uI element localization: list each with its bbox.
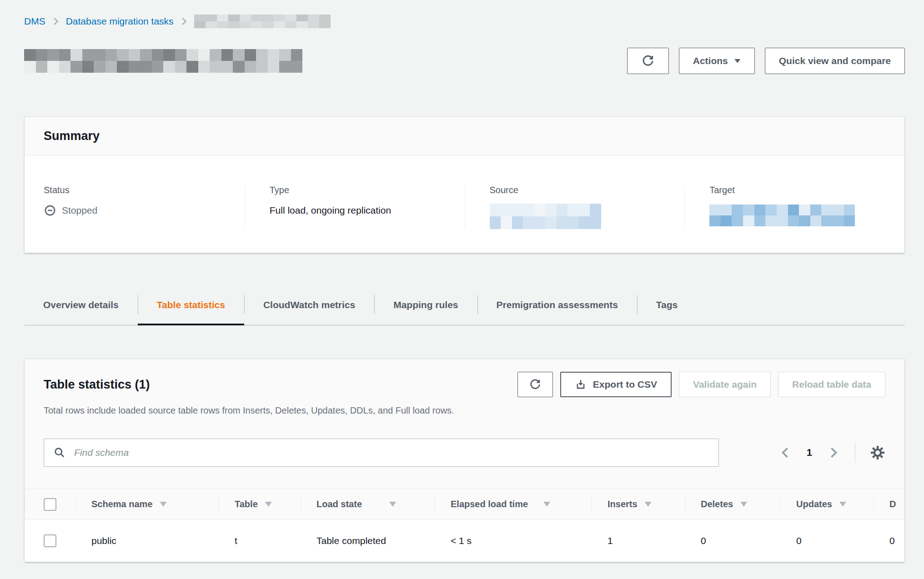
pagination-divider [855, 443, 855, 463]
sort-icon[interactable] [265, 502, 272, 507]
quick-view-and-compare-button[interactable]: Quick view and compare [765, 48, 905, 74]
table-statistics-description: Total rows include loaded source table r… [25, 397, 904, 416]
cell-load-state: Table completed [301, 535, 435, 546]
caret-down-icon [734, 59, 741, 63]
table-statistics-table: Schema name Table Load state Elapsed loa… [25, 489, 904, 562]
column-header-table[interactable]: Table [219, 489, 301, 519]
cell-elapsed-load-time: < 1 s [435, 535, 592, 546]
reload-button-label: Reload table data [792, 379, 871, 390]
sort-icon[interactable] [645, 502, 652, 507]
tab-bar: Overview details Table statistics CloudW… [24, 285, 905, 325]
status-value: Stopped [62, 205, 97, 216]
cell-updates: 0 [780, 535, 874, 546]
column-header-deletes[interactable]: Deletes [685, 489, 780, 519]
schema-search-box [44, 439, 719, 467]
table-statistics-panel: Table statistics (1) Export to CSV Valid… [24, 359, 905, 562]
column-header-clipped[interactable]: D [874, 489, 904, 519]
current-page-number: 1 [803, 447, 816, 459]
table-settings-button[interactable] [870, 445, 885, 460]
tab-mapping-rules[interactable]: Mapping rules [374, 285, 477, 325]
export-to-csv-button[interactable]: Export to CSV [560, 372, 672, 397]
column-header-load-state[interactable]: Load state [301, 489, 435, 519]
cell-schema-name: public [75, 535, 219, 546]
breadcrumb-chevron-icon [53, 17, 59, 25]
sort-icon[interactable] [839, 502, 846, 507]
cell-clipped: 0 [874, 535, 904, 546]
column-header-schema-name[interactable]: Schema name [75, 489, 219, 519]
schema-search-input[interactable] [73, 447, 709, 459]
redacted-task-name-title [24, 49, 302, 73]
stopped-status-icon [44, 204, 56, 217]
redacted-task-name-breadcrumb [194, 15, 331, 28]
actions-button-label: Actions [693, 55, 728, 66]
column-header-updates[interactable]: Updates [780, 489, 874, 519]
page-header: Actions Quick view and compare [24, 47, 905, 75]
redacted-target-endpoint-link[interactable] [709, 205, 855, 226]
summary-title: Summary [25, 117, 904, 156]
sort-icon[interactable] [740, 502, 747, 507]
table-statistics-title: Table statistics (1) [44, 378, 150, 392]
target-label: Target [709, 185, 904, 195]
tab-tags[interactable]: Tags [637, 285, 697, 325]
next-page-button[interactable] [827, 444, 840, 461]
breadcrumb-chevron-icon [181, 17, 187, 25]
tab-premigration-assessments[interactable]: Premigration assessments [477, 285, 637, 325]
breadcrumb: DMS Database migration tasks [24, 0, 905, 29]
summary-type-column: Type Full load, ongoing replication [245, 185, 465, 229]
refresh-button[interactable] [627, 48, 669, 74]
summary-target-column: Target [684, 185, 904, 229]
source-label: Source [490, 185, 685, 195]
redacted-source-endpoint-link[interactable] [490, 204, 601, 229]
type-value: Full load, ongoing replication [270, 203, 465, 218]
search-icon [53, 446, 66, 459]
sort-icon[interactable] [389, 502, 396, 507]
reload-table-data-button[interactable]: Reload table data [778, 372, 885, 397]
table-controls: 1 [25, 416, 904, 467]
sort-icon[interactable] [160, 502, 167, 507]
cell-table: t [219, 535, 301, 546]
page: DMS Database migration tasks Actions Qui… [24, 0, 905, 562]
previous-page-button[interactable] [778, 444, 792, 461]
validate-button-label: Validate again [693, 379, 757, 390]
export-button-label: Export to CSV [593, 379, 657, 390]
row-select-cell [25, 534, 75, 547]
summary-body: Status Stopped Type Full load, ongoing r… [25, 156, 904, 253]
sort-icon[interactable] [543, 502, 550, 507]
summary-source-column: Source [465, 185, 685, 229]
cell-deletes: 0 [685, 535, 780, 546]
validate-again-button[interactable]: Validate again [679, 372, 771, 397]
actions-button[interactable]: Actions [679, 48, 755, 74]
cell-inserts: 1 [592, 535, 685, 546]
breadcrumb-link-dms[interactable]: DMS [24, 16, 45, 27]
table-header-row: Schema name Table Load state Elapsed loa… [25, 489, 904, 520]
refresh-icon [529, 378, 542, 391]
header-actions: Actions Quick view and compare [627, 48, 905, 74]
tab-table-statistics[interactable]: Table statistics [138, 285, 244, 325]
quick-view-button-label: Quick view and compare [779, 55, 891, 66]
gear-icon [870, 445, 885, 460]
status-label: Status [44, 185, 245, 195]
summary-panel: Summary Status Stopped Type Full load, o… [24, 116, 905, 253]
summary-status-column: Status Stopped [25, 185, 245, 229]
tab-cloudwatch-metrics[interactable]: CloudWatch metrics [244, 285, 374, 325]
row-checkbox[interactable] [44, 534, 56, 547]
breadcrumb-link-tasks[interactable]: Database migration tasks [66, 16, 174, 27]
tab-overview-details[interactable]: Overview details [24, 285, 138, 325]
pagination: 1 [778, 443, 885, 463]
type-label: Type [270, 185, 465, 195]
refresh-icon [641, 54, 655, 68]
table-row: public t Table completed < 1 s 1 0 0 0 [25, 520, 904, 562]
column-header-elapsed-load-time[interactable]: Elapsed load time [435, 489, 592, 519]
select-all-cell [25, 489, 75, 519]
column-header-inserts[interactable]: Inserts [592, 489, 685, 519]
table-statistics-actions: Export to CSV Validate again Reload tabl… [517, 372, 885, 397]
select-all-checkbox[interactable] [44, 498, 56, 511]
table-refresh-button[interactable] [517, 372, 553, 397]
download-icon [575, 379, 587, 390]
